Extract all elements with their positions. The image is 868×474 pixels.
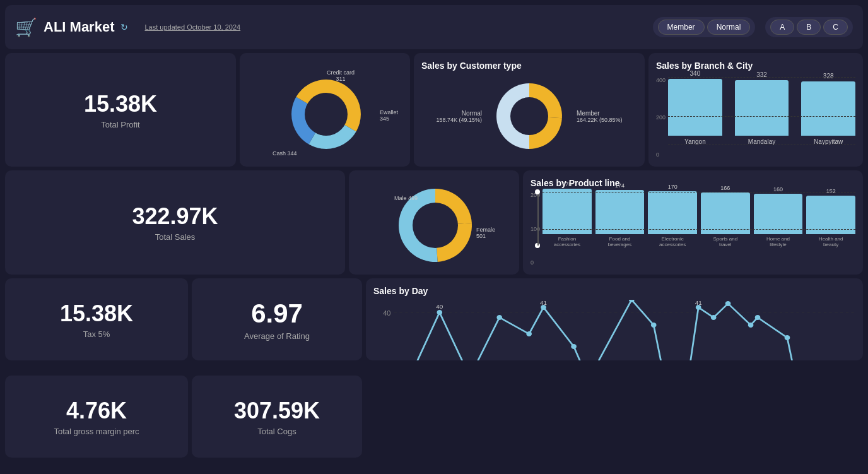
tax-value: 15.38K [60,300,133,327]
product-bars: 178 Fashionaccessories 174 Food andbever… [542,192,855,266]
filter-branch-b[interactable]: B [797,20,821,35]
tax-label: Tax 5% [83,329,110,339]
customer-type-title: Sales by Customer type [421,61,637,71]
svg-text:Ewallet: Ewallet [380,109,399,116]
svg-text:501: 501 [476,233,486,239]
normal-label: Normal 158.74K (49.15%) [436,110,482,123]
svg-point-39 [755,315,761,320]
customer-type-card: Sales by Customer type Normal 158.74K (4… [414,53,645,167]
avg-rating-value: 6.97 [251,299,303,329]
customer-type-filter: Member Normal [653,17,756,37]
svg-point-6 [510,97,548,135]
kpi-tax: 15.38K Tax 5% [5,278,188,360]
last-updated: Last updated October 10, 2024 [144,23,240,31]
total-profit-value: 15.38K [84,91,157,117]
product-chart: 200 100 0 178 Fashionaccessories [531,192,855,266]
svg-text:40: 40 [383,310,390,317]
svg-point-7 [413,203,458,248]
kpi-total-cogs: 307.59K Total Cogs [192,376,362,458]
payment-donut-card: Credit card 311 Ewallet 345 Cash 344 [240,53,410,167]
total-cogs-value: 307.59K [234,398,320,424]
gender-donut-svg: Male 499 Female 501 [356,178,514,270]
svg-text:41: 41 [540,300,547,306]
header-filters: Member Normal A B C [653,17,853,37]
total-sales-value: 322.97K [132,203,218,230]
kpi-avg-rating: 6.97 Average of Rating [192,278,362,360]
row1: 15.38K Total Profit [5,53,863,167]
product-card: Sales by Product line 200 100 0 178 [523,170,863,275]
day-chart-svg: 20 40 5 10 15 20 25 30 35 [373,300,855,360]
day-chart-spacer [366,376,863,458]
slider-top[interactable] [535,189,540,194]
bar-yangon: 340 Yangon [668,70,722,145]
svg-text:Female: Female [476,227,495,233]
svg-text:42: 42 [725,300,732,301]
svg-point-29 [571,344,577,349]
bar-mandalay: 332 Mandalay [735,71,789,145]
filter-member[interactable]: Member [658,20,705,35]
filter-branch-a[interactable]: A [770,20,794,35]
member-label: Member 164.22K (50.85%) [577,110,623,123]
row4: 4.76K Total gross margin perc 307.59K To… [5,376,863,458]
kpi-total-profit: 15.38K Total Profit [5,53,236,167]
total-cogs-label: Total Cogs [257,427,296,436]
filter-branch-c[interactable]: C [823,20,848,35]
gender-donut-card: Male 499 Female 501 [349,170,519,275]
svg-point-24 [437,310,442,315]
svg-point-32 [651,323,657,328]
product-col-fashion: 178 Fashionaccessories [542,181,592,248]
svg-text:Male 499: Male 499 [394,195,418,201]
svg-point-36 [711,315,717,320]
branch-chart: 400 200 0 340 Yangon 332 [656,74,855,158]
product-y-axis: 200 100 0 [531,192,542,266]
header-left: 🛒 ALI Market ↻ Last updated October 10, … [15,17,240,38]
product-col-health: 152 Health andbeauty [806,188,855,248]
branch-card: Sales by Branch & City 400 200 0 340 [648,53,863,167]
product-col-electronic: 170 Electronicaccessories [648,184,697,248]
svg-point-0 [305,93,348,136]
gross-margin-value: 4.76K [66,398,127,424]
customer-type-chart: Normal 158.74K (49.15%) Member [421,74,637,158]
svg-point-27 [526,331,532,336]
refresh-icon: ↻ [120,22,128,32]
day-chart-card: Sales by Day 20 40 5 10 15 20 25 30 35 [366,278,863,360]
svg-point-37 [725,301,731,306]
gross-margin-label: Total gross margin perc [54,427,139,436]
total-sales-label: Total Sales [155,232,196,242]
kpi-gross-margin: 4.76K Total gross margin perc [5,376,188,458]
day-chart-title: Sales by Day [373,286,855,296]
svg-text:311: 311 [336,76,345,82]
branch-title: Sales by Branch & City [656,61,855,71]
svg-text:345: 345 [380,116,389,122]
bar-naypyitaw: 328 Naypyitaw [801,73,855,145]
svg-text:41: 41 [695,300,702,306]
customer-donut-svg [488,75,570,157]
product-col-sports: 166 Sports andtravel [701,185,750,248]
product-col-home: 160 Home andlifestyle [754,186,803,248]
total-profit-label: Total Profit [101,120,139,129]
row3: 15.38K Tax 5% 6.97 Average of Rating Sal… [5,278,863,360]
svg-point-40 [785,335,790,340]
cart-icon: 🛒 [15,17,37,38]
branch-y-axis: 400 200 0 [656,74,668,158]
avg-rating-label: Average of Rating [244,331,310,341]
payment-donut-svg: Credit card 311 Ewallet 345 Cash 344 [247,61,405,162]
svg-text:40: 40 [436,303,443,310]
app-title: ALI Market [44,19,114,35]
header: 🛒 ALI Market ↻ Last updated October 10, … [5,5,863,49]
svg-text:Credit card: Credit card [327,69,355,76]
branch-bars: 340 Yangon 332 Mandalay 328 Naypyitaw [668,74,855,158]
svg-text:Cash 344: Cash 344 [273,150,297,157]
filter-normal[interactable]: Normal [707,20,751,35]
branch-filter: A B C [765,17,853,37]
slider-track [537,194,539,246]
svg-point-38 [748,323,754,328]
kpi-total-sales: 322.97K Total Sales [5,170,345,275]
svg-point-26 [496,315,502,320]
row2: 322.97K Total Sales Male 499 Female 501 [5,170,863,275]
